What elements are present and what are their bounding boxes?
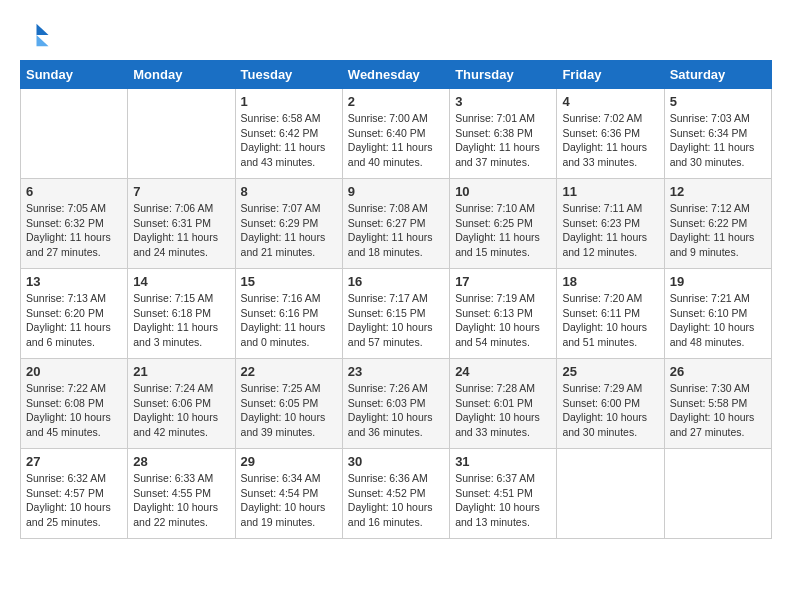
day-cell: 7Sunrise: 7:06 AM Sunset: 6:31 PM Daylig… [128, 179, 235, 269]
col-header-friday: Friday [557, 61, 664, 89]
day-info: Sunrise: 7:15 AM Sunset: 6:18 PM Dayligh… [133, 291, 229, 350]
svg-marker-0 [37, 24, 49, 35]
day-number: 18 [562, 274, 658, 289]
day-info: Sunrise: 7:22 AM Sunset: 6:08 PM Dayligh… [26, 381, 122, 440]
day-number: 4 [562, 94, 658, 109]
col-header-saturday: Saturday [664, 61, 771, 89]
day-cell: 3Sunrise: 7:01 AM Sunset: 6:38 PM Daylig… [450, 89, 557, 179]
day-info: Sunrise: 7:16 AM Sunset: 6:16 PM Dayligh… [241, 291, 337, 350]
week-row-3: 13Sunrise: 7:13 AM Sunset: 6:20 PM Dayli… [21, 269, 772, 359]
day-cell: 11Sunrise: 7:11 AM Sunset: 6:23 PM Dayli… [557, 179, 664, 269]
col-header-tuesday: Tuesday [235, 61, 342, 89]
day-number: 10 [455, 184, 551, 199]
day-info: Sunrise: 7:07 AM Sunset: 6:29 PM Dayligh… [241, 201, 337, 260]
day-number: 6 [26, 184, 122, 199]
day-number: 12 [670, 184, 766, 199]
day-info: Sunrise: 7:29 AM Sunset: 6:00 PM Dayligh… [562, 381, 658, 440]
day-cell: 25Sunrise: 7:29 AM Sunset: 6:00 PM Dayli… [557, 359, 664, 449]
day-info: Sunrise: 7:17 AM Sunset: 6:15 PM Dayligh… [348, 291, 444, 350]
week-row-4: 20Sunrise: 7:22 AM Sunset: 6:08 PM Dayli… [21, 359, 772, 449]
day-info: Sunrise: 7:00 AM Sunset: 6:40 PM Dayligh… [348, 111, 444, 170]
day-cell: 12Sunrise: 7:12 AM Sunset: 6:22 PM Dayli… [664, 179, 771, 269]
day-number: 17 [455, 274, 551, 289]
day-number: 19 [670, 274, 766, 289]
day-info: Sunrise: 7:30 AM Sunset: 5:58 PM Dayligh… [670, 381, 766, 440]
day-cell: 9Sunrise: 7:08 AM Sunset: 6:27 PM Daylig… [342, 179, 449, 269]
week-row-5: 27Sunrise: 6:32 AM Sunset: 4:57 PM Dayli… [21, 449, 772, 539]
day-info: Sunrise: 7:05 AM Sunset: 6:32 PM Dayligh… [26, 201, 122, 260]
col-header-sunday: Sunday [21, 61, 128, 89]
day-number: 16 [348, 274, 444, 289]
day-number: 22 [241, 364, 337, 379]
day-number: 9 [348, 184, 444, 199]
day-info: Sunrise: 7:11 AM Sunset: 6:23 PM Dayligh… [562, 201, 658, 260]
day-cell: 16Sunrise: 7:17 AM Sunset: 6:15 PM Dayli… [342, 269, 449, 359]
day-cell: 31Sunrise: 6:37 AM Sunset: 4:51 PM Dayli… [450, 449, 557, 539]
day-info: Sunrise: 6:37 AM Sunset: 4:51 PM Dayligh… [455, 471, 551, 530]
col-header-thursday: Thursday [450, 61, 557, 89]
day-number: 29 [241, 454, 337, 469]
day-info: Sunrise: 6:34 AM Sunset: 4:54 PM Dayligh… [241, 471, 337, 530]
day-cell: 5Sunrise: 7:03 AM Sunset: 6:34 PM Daylig… [664, 89, 771, 179]
day-number: 20 [26, 364, 122, 379]
col-header-monday: Monday [128, 61, 235, 89]
day-number: 21 [133, 364, 229, 379]
day-info: Sunrise: 7:21 AM Sunset: 6:10 PM Dayligh… [670, 291, 766, 350]
day-cell: 26Sunrise: 7:30 AM Sunset: 5:58 PM Dayli… [664, 359, 771, 449]
page-header [20, 20, 772, 50]
col-header-wednesday: Wednesday [342, 61, 449, 89]
week-row-2: 6Sunrise: 7:05 AM Sunset: 6:32 PM Daylig… [21, 179, 772, 269]
day-info: Sunrise: 7:28 AM Sunset: 6:01 PM Dayligh… [455, 381, 551, 440]
day-cell [557, 449, 664, 539]
day-cell: 17Sunrise: 7:19 AM Sunset: 6:13 PM Dayli… [450, 269, 557, 359]
calendar-table: SundayMondayTuesdayWednesdayThursdayFrid… [20, 60, 772, 539]
day-number: 3 [455, 94, 551, 109]
day-number: 23 [348, 364, 444, 379]
day-number: 5 [670, 94, 766, 109]
day-cell: 21Sunrise: 7:24 AM Sunset: 6:06 PM Dayli… [128, 359, 235, 449]
day-number: 1 [241, 94, 337, 109]
day-number: 27 [26, 454, 122, 469]
day-cell: 10Sunrise: 7:10 AM Sunset: 6:25 PM Dayli… [450, 179, 557, 269]
day-cell [664, 449, 771, 539]
day-cell: 28Sunrise: 6:33 AM Sunset: 4:55 PM Dayli… [128, 449, 235, 539]
day-info: Sunrise: 7:01 AM Sunset: 6:38 PM Dayligh… [455, 111, 551, 170]
day-number: 25 [562, 364, 658, 379]
day-cell: 14Sunrise: 7:15 AM Sunset: 6:18 PM Dayli… [128, 269, 235, 359]
day-number: 28 [133, 454, 229, 469]
day-cell [21, 89, 128, 179]
day-cell [128, 89, 235, 179]
day-info: Sunrise: 7:10 AM Sunset: 6:25 PM Dayligh… [455, 201, 551, 260]
day-cell: 20Sunrise: 7:22 AM Sunset: 6:08 PM Dayli… [21, 359, 128, 449]
day-info: Sunrise: 7:20 AM Sunset: 6:11 PM Dayligh… [562, 291, 658, 350]
day-info: Sunrise: 7:26 AM Sunset: 6:03 PM Dayligh… [348, 381, 444, 440]
logo-icon [20, 20, 50, 50]
day-cell: 30Sunrise: 6:36 AM Sunset: 4:52 PM Dayli… [342, 449, 449, 539]
day-number: 8 [241, 184, 337, 199]
day-cell: 24Sunrise: 7:28 AM Sunset: 6:01 PM Dayli… [450, 359, 557, 449]
day-number: 14 [133, 274, 229, 289]
day-number: 11 [562, 184, 658, 199]
day-number: 13 [26, 274, 122, 289]
day-cell: 15Sunrise: 7:16 AM Sunset: 6:16 PM Dayli… [235, 269, 342, 359]
day-info: Sunrise: 7:12 AM Sunset: 6:22 PM Dayligh… [670, 201, 766, 260]
day-info: Sunrise: 7:03 AM Sunset: 6:34 PM Dayligh… [670, 111, 766, 170]
day-cell: 29Sunrise: 6:34 AM Sunset: 4:54 PM Dayli… [235, 449, 342, 539]
day-cell: 1Sunrise: 6:58 AM Sunset: 6:42 PM Daylig… [235, 89, 342, 179]
day-number: 2 [348, 94, 444, 109]
day-info: Sunrise: 7:06 AM Sunset: 6:31 PM Dayligh… [133, 201, 229, 260]
day-cell: 27Sunrise: 6:32 AM Sunset: 4:57 PM Dayli… [21, 449, 128, 539]
day-cell: 19Sunrise: 7:21 AM Sunset: 6:10 PM Dayli… [664, 269, 771, 359]
day-info: Sunrise: 7:08 AM Sunset: 6:27 PM Dayligh… [348, 201, 444, 260]
day-number: 15 [241, 274, 337, 289]
day-cell: 13Sunrise: 7:13 AM Sunset: 6:20 PM Dayli… [21, 269, 128, 359]
day-cell: 22Sunrise: 7:25 AM Sunset: 6:05 PM Dayli… [235, 359, 342, 449]
day-info: Sunrise: 6:36 AM Sunset: 4:52 PM Dayligh… [348, 471, 444, 530]
day-info: Sunrise: 7:02 AM Sunset: 6:36 PM Dayligh… [562, 111, 658, 170]
day-number: 30 [348, 454, 444, 469]
svg-marker-1 [37, 35, 49, 46]
day-info: Sunrise: 6:32 AM Sunset: 4:57 PM Dayligh… [26, 471, 122, 530]
logo [20, 20, 54, 50]
day-cell: 6Sunrise: 7:05 AM Sunset: 6:32 PM Daylig… [21, 179, 128, 269]
day-number: 24 [455, 364, 551, 379]
